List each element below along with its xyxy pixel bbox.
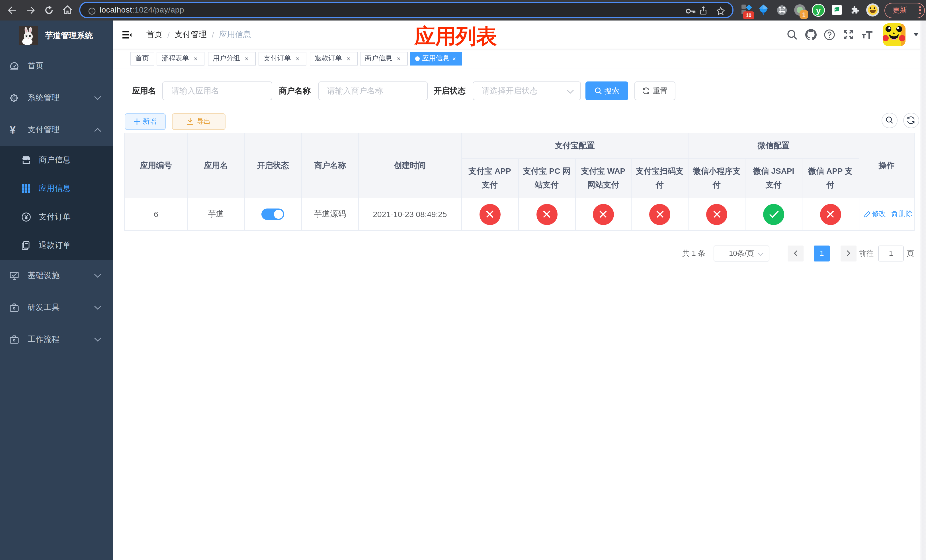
svg-text:y: y [816, 6, 821, 15]
